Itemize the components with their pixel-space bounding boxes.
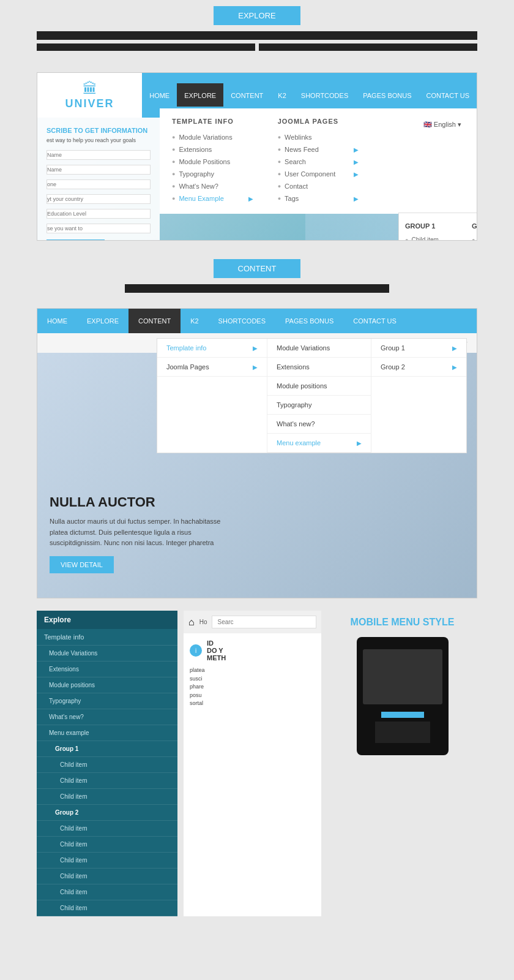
form-country[interactable] [47,194,151,204]
dd-item-typography[interactable]: ●Typography [172,168,253,180]
dd-item-module-pos[interactable]: ●Module Positions [172,156,253,168]
nav2-home[interactable]: HOME [37,309,77,333]
mobile-nav-group1-child3[interactable]: Child item [37,789,177,805]
nav2-content[interactable]: CONTENT [128,309,181,333]
form-message[interactable] [47,224,151,233]
hamburger-line1 [381,712,424,718]
mobile-menu-preview [375,722,430,743]
demo2-group2[interactable]: Group 2 ▶ [371,358,466,377]
dd-group2: GROUP 2 ●Child item▶ ●Child item ●Child … [472,222,477,241]
form-email[interactable] [47,165,151,175]
nav2-pages-bonus[interactable]: PAGES BONUS [275,309,343,333]
dd-col-template-info: TEMPLATE INFO ●Module Variations ●Extens… [172,118,253,205]
dd-item-newsfeed[interactable]: ●News Feed▶ [278,143,359,156]
mobile-nav-group2-child5[interactable]: Child item [37,884,177,900]
mobile-nav-group1-child1[interactable]: Child item [37,757,177,773]
mobile-nav-template-info[interactable]: Template info [37,629,177,646]
mobile-nav-group2[interactable]: Group 2 [37,805,177,821]
nav2-contact[interactable]: CONTACT US [343,309,406,333]
info-icon: i [190,644,202,657]
section1-explore-button[interactable]: EXPLORE [214,6,300,25]
mobile-nav-group1[interactable]: Group 1 [37,741,177,757]
mobile-content-area: ⌂ Ho i IDDO YMETH plateasusciphareposuso… [184,611,321,916]
mobile-nav-menu-example[interactable]: Menu example [37,725,177,741]
mobile-nav-group2-child3[interactable]: Child item [37,853,177,869]
form-name[interactable] [47,150,151,160]
nav-home[interactable]: HOME [142,83,177,108]
mobile-nav-group2-child2[interactable]: Child item [37,837,177,853]
dd-group1-item1[interactable]: ●Child item [405,235,460,241]
mobile-content-top: ⌂ Ho [184,611,321,633]
mobile-nav-whats-new[interactable]: What's new? [37,709,177,725]
dd-item-user-component[interactable]: ●User Component▶ [278,168,359,180]
dd-item-module-var[interactable]: ●Module Variations [172,131,253,143]
dd-group2-title: GROUP 2 [472,222,477,230]
demo1-logo: 🏛 UNIVER [37,73,142,118]
demo2-view-detail-btn[interactable]: VIEW DETAIL [50,556,114,573]
nav2-explore[interactable]: EXPLORE [77,309,128,333]
demo2-module-pos[interactable]: Module positions [267,377,371,396]
section2-content-button[interactable]: CONTENT [214,259,301,278]
home-icon: ⌂ [188,617,195,628]
demo2-module-var[interactable]: Module Variations [267,339,371,358]
mobile-nav-module-var[interactable]: Module Variations [37,646,177,662]
content-info-row: i IDDO YMETH [190,639,315,662]
dd-item-search[interactable]: ●Search▶ [278,156,359,168]
section3-container: Explore Template info Module Variations … [37,611,477,916]
breadcrumb-home: Ho [199,619,207,625]
bar-right [259,43,477,51]
university-icon: 🏛 [83,80,97,97]
demo2-menu-example[interactable]: Menu example ▶ [267,434,371,453]
mobile-nav-group2-child4[interactable]: Child item [37,869,177,884]
nav-explore[interactable]: EXPLORE [177,83,223,108]
demo2-whats-new[interactable]: What's new? [267,415,371,434]
demo2-group1[interactable]: Group 1 ▶ [371,339,466,358]
demo2-col1: Template info ▶ Joomla Pages ▶ [157,339,267,453]
demo2-nav: HOME EXPLORE CONTENT K2 SHORTCODES PAGES… [37,309,477,333]
top-section: EXPLORE [0,0,514,72]
nav-contact[interactable]: CONTACT US [419,83,477,108]
mobile-content-body: i IDDO YMETH plateasusciphareposusortal [184,633,321,714]
dd-item-weblinks[interactable]: ●Weblinks [278,131,359,143]
mobile-sidebar: Explore Template info Module Variations … [37,611,177,916]
dd-item-whats-new[interactable]: ●What's New? [172,180,253,192]
demo2-hero-content: NULLA AUCTOR Nulla auctor mauris ut dui … [50,494,221,573]
section2-bar [125,284,389,293]
demo2-typography[interactable]: Typography [267,396,371,415]
nav-content[interactable]: CONTENT [223,83,270,108]
nav-k2[interactable]: K2 [270,83,293,108]
mobile-nav-group2-child6[interactable]: Child item [37,900,177,916]
form-phone[interactable] [47,179,151,189]
nav-shortcodes[interactable]: SHORTCODES [294,83,356,108]
demo2-extensions[interactable]: Extensions [267,358,371,377]
dd-groups-panel: GROUP 1 ●Child item ●Child item ●Child i… [398,213,477,241]
mobile-nav-group1-child2[interactable]: Child item [37,773,177,789]
dd-group2-item1[interactable]: ●Child item▶ [472,235,477,241]
mobile-nav-group2-child1[interactable]: Child item [37,821,177,837]
mobile-search-input[interactable] [212,616,316,628]
demo2-col2: Module Variations Extensions Module posi… [267,339,371,453]
nav2-shortcodes[interactable]: SHORTCODES [209,309,275,333]
logo-text: UNIVER [65,97,114,110]
nav2-k2[interactable]: K2 [181,309,208,333]
dd-group1: GROUP 1 ●Child item ●Child item ●Child i… [405,222,460,241]
demo2-hero-title: NULLA AUCTOR [50,494,221,510]
dd-item-menu-example[interactable]: ●Menu Example▶ [172,192,253,205]
mobile-style-panel: MOBILE MENU STYLE [327,611,477,916]
mobile-nav-extensions[interactable]: Extensions [37,662,177,677]
dd-col-title-template: TEMPLATE INFO [172,118,253,125]
demo2-joomla-pages[interactable]: Joomla Pages ▶ [157,358,267,377]
bar-left [37,43,255,51]
mobile-nav-module-pos[interactable]: Module positions [37,677,177,693]
form-education[interactable] [47,209,151,219]
dd-col-title-joomla: JOOMLA PAGES [278,118,359,125]
demo2-template-info[interactable]: Template info ▶ [157,339,267,358]
send-request-btn[interactable]: SEND REQUEST [47,239,105,240]
demo2-col3: Group 1 ▶ Group 2 ▶ [371,339,466,453]
nav-pages-bonus[interactable]: PAGES BONUS [356,83,419,108]
dd-item-tags[interactable]: ●Tags▶ [278,192,359,205]
dd-item-extensions[interactable]: ●Extensions [172,143,253,156]
phone-screen [363,649,442,704]
dd-item-contact[interactable]: ●Contact [278,180,359,192]
mobile-nav-typography[interactable]: Typography [37,693,177,709]
